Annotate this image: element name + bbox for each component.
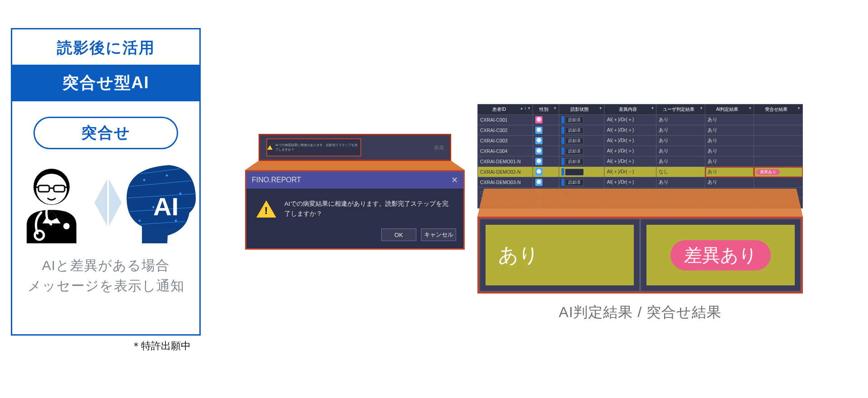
status-pill: 読影済 — [565, 148, 584, 155]
ok-button[interactable]: OK — [381, 228, 416, 241]
card-band-title: 突合せ型AI — [12, 65, 199, 101]
status-strip-icon — [561, 179, 564, 186]
table-cell — [754, 146, 803, 156]
table-cell: あり — [705, 146, 754, 156]
warning-icon — [256, 200, 276, 218]
table-cell — [533, 115, 559, 125]
diff-badge: 差異あり — [756, 169, 780, 175]
dialog-callout: AIでの病変結果に相違があります。読影完了ステップを完了しますか？ [0,0] … — [245, 134, 465, 250]
zoom-ai-value: あり — [498, 242, 539, 269]
status-pill: 読影済 — [565, 179, 584, 186]
dialog-title: FINO.REPORT — [252, 176, 301, 184]
dialog-titlebar: FINO.REPORT ✕ — [246, 171, 463, 189]
col-header[interactable]: 性別▼ — [533, 104, 559, 115]
table-cell — [754, 156, 803, 167]
col-header[interactable]: 読影状態▼ — [559, 104, 604, 115]
gender-icon — [535, 168, 542, 175]
filter-icon[interactable]: ▼ — [651, 106, 655, 110]
status-strip-icon — [561, 137, 564, 144]
status-strip-icon — [561, 127, 564, 134]
table-cell: 読影済 — [559, 146, 604, 156]
zoom-connector — [245, 161, 465, 170]
table-cell: AI(＋)/Dr(＋) — [604, 177, 656, 188]
col-header[interactable]: ユーザ判定結果▼ — [656, 104, 705, 115]
card-illustration: AI — [12, 162, 199, 243]
table-cell: CXRAI-C003 — [478, 136, 533, 146]
gender-icon — [535, 147, 542, 155]
close-icon[interactable]: ✕ — [451, 175, 458, 185]
table-cell — [754, 125, 803, 136]
mini-preview-coord: [0,0] — [435, 145, 443, 150]
zoom-cell-ai: あり — [479, 218, 640, 292]
col-header[interactable]: 患者ID▼▲ 1 — [478, 104, 533, 115]
table-cell: 読影済 — [559, 125, 604, 136]
table-cell: 読影済 — [559, 136, 604, 146]
table-cell: あり — [705, 156, 754, 167]
doctor-icon — [13, 162, 90, 243]
filter-icon[interactable]: ▼ — [599, 106, 602, 110]
left-feature-card: 読影後に活用 突合せ型AI 突合せ — [11, 28, 201, 336]
table-cell — [754, 177, 803, 188]
zoom-cell-match: 差異あり — [640, 218, 801, 292]
table-cell — [533, 177, 559, 188]
patent-note: ＊特許出願中 — [131, 339, 191, 353]
table-row[interactable]: CXRAI-C001読影済AI(＋)/Dr(＋)ありあり — [478, 115, 803, 125]
status-strip-icon — [561, 168, 564, 175]
ai-head-icon: AI — [126, 162, 198, 243]
filter-icon[interactable]: ▼ — [527, 106, 531, 110]
sort-icon[interactable]: ▲ 1 — [520, 106, 527, 110]
filter-icon[interactable]: ▼ — [699, 106, 703, 110]
status-pill: 読影済 — [565, 127, 584, 134]
cancel-button[interactable]: キャンセル — [421, 228, 456, 241]
table-row[interactable]: CXRAI-C002読影済AI(＋)/Dr(＋)ありあり — [478, 125, 803, 136]
gender-icon — [535, 179, 542, 186]
table-cell: あり — [656, 146, 705, 156]
table-cell: あり — [656, 156, 705, 167]
svg-point-19 — [139, 220, 141, 222]
table-cell: あり — [705, 115, 754, 125]
status-pill: 読影済 — [565, 169, 584, 175]
patient-table-section: 患者ID▼▲ 1性別▼読影状態▼差異内容▼ユーザ判定結果▼AI判定結果▼突合せ結… — [477, 104, 803, 322]
table-cell: なし — [656, 167, 705, 177]
mini-preview-dialog: AIでの病変結果に相違があります。読影完了ステップを完了しますか？ — [266, 138, 361, 156]
col-header[interactable]: 突合せ結果▼ — [754, 104, 803, 115]
col-header[interactable]: 差異内容▼ — [604, 104, 656, 115]
gender-icon — [535, 127, 542, 134]
table-row[interactable]: CXRAI-DEMO01-N読影済AI(＋)/Dr(＋)ありあり — [478, 156, 803, 167]
status-strip-icon — [561, 158, 564, 165]
table-cell: CXRAI-DEMO01-N — [478, 156, 533, 167]
status-pill: 読影済 — [565, 137, 584, 144]
table-cell: あり — [656, 136, 705, 146]
zoom-caption: AI判定結果 / 突合せ結果 — [477, 303, 803, 322]
filter-icon[interactable]: ▼ — [553, 106, 557, 110]
table-cell — [533, 167, 559, 177]
svg-point-8 — [63, 223, 70, 229]
filter-icon[interactable]: ▼ — [797, 106, 801, 110]
svg-point-15 — [143, 179, 145, 181]
table-row[interactable]: CXRAI-DEMO03-N読影済AI(＋)/Dr(＋)ありあり — [478, 177, 803, 188]
table-cell — [533, 125, 559, 136]
table-cell: あり — [705, 136, 754, 146]
table-row[interactable]: CXRAI-DEMO02-N読影済AI(＋)/Dr(－)なしあり差異あり — [478, 167, 803, 177]
card-pre-title: 読影後に活用 — [12, 29, 199, 65]
col-header[interactable]: AI判定結果▼ — [705, 104, 754, 115]
status-strip-icon — [561, 116, 564, 123]
table-cell: あり — [656, 177, 705, 188]
warning-icon — [267, 145, 273, 150]
table-cell: 読影済 — [559, 177, 604, 188]
status-pill: 読影済 — [565, 158, 584, 165]
table-cell: あり — [705, 125, 754, 136]
table-cell: あり — [656, 115, 705, 125]
gender-icon — [535, 158, 542, 165]
card-pill: 突合せ — [33, 117, 178, 149]
gender-icon — [535, 116, 542, 123]
table-cell: AI(＋)/Dr(＋) — [604, 136, 656, 146]
table-row[interactable]: CXRAI-C003読影済AI(＋)/Dr(＋)ありあり — [478, 136, 803, 146]
table-cell: 読影済 — [559, 156, 604, 167]
svg-point-17 — [179, 193, 181, 194]
table-cell: 差異あり — [754, 167, 803, 177]
table-cell: AI(＋)/Dr(＋) — [604, 125, 656, 136]
table-row[interactable]: CXRAI-C004読影済AI(＋)/Dr(＋)ありあり — [478, 146, 803, 156]
filter-icon[interactable]: ▼ — [748, 106, 752, 110]
table-cell — [533, 156, 559, 167]
